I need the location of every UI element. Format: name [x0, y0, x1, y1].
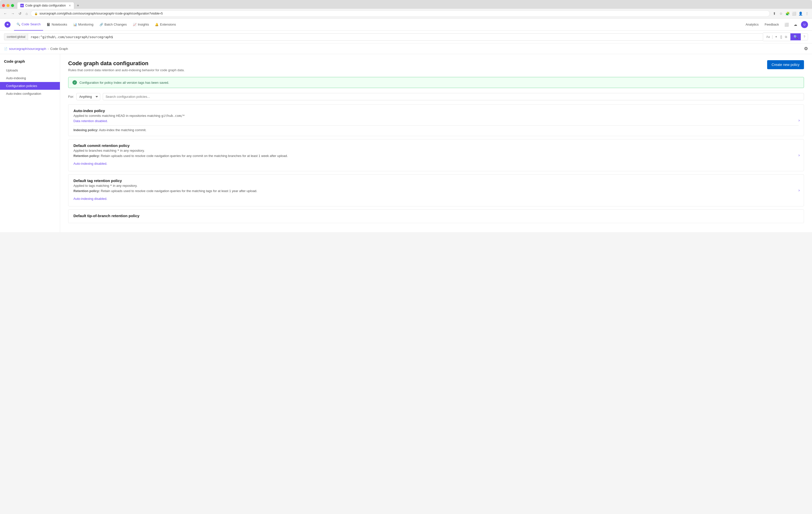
home-button[interactable]: ⌂: [25, 10, 29, 17]
forward-button[interactable]: →: [10, 10, 16, 17]
url-text: sourcegraph.com/github.com/sourcegraph/s…: [39, 12, 163, 15]
policy-card-tip-retention: Default tip-of-branch retention policy: [68, 209, 804, 223]
success-icon: ✓: [72, 80, 77, 85]
bookmark-icon[interactable]: ☆: [778, 11, 783, 16]
active-tab[interactable]: SG Code graph data configuration ✕: [17, 2, 74, 9]
extensions-icon[interactable]: ⬜: [791, 11, 796, 16]
maximize-window-button[interactable]: [11, 4, 14, 7]
traffic-lights: [2, 4, 14, 7]
cloud-icon[interactable]: ☁: [792, 21, 799, 28]
user-avatar[interactable]: U: [801, 21, 808, 28]
policy-description-tag-retention: Applied to tags matching * in any reposi…: [74, 184, 799, 188]
sourcegraph-logo-icon: ✦: [4, 22, 10, 28]
breadcrumb: 📄 sourcegraph/sourcegraph › Code Graph ⚙: [0, 44, 812, 54]
nav-item-insights[interactable]: 📈 Insights: [130, 19, 152, 31]
monitoring-icon: 📊: [73, 23, 77, 26]
app-logo[interactable]: ✦: [4, 21, 11, 28]
copy-link-button[interactable]: ⧉: [784, 35, 788, 39]
nav-right: Analytics Feedback ⬜ ☁ U: [744, 21, 808, 28]
extensions-nav-icon: 🔔: [155, 23, 158, 26]
sidebar-title: Code graph: [0, 59, 60, 66]
structural-button[interactable]: []: [779, 35, 783, 39]
sidebar-item-configuration-policies[interactable]: Configuration policies: [0, 82, 60, 90]
success-banner: ✓ Configuration for policy Index all ver…: [68, 77, 804, 88]
policy-detail-auto-index: Indexing policy: Auto-index the matching…: [74, 128, 799, 132]
search-bar: context:global Aa | ✦ [] ⧉ 🔍 ?: [0, 31, 812, 44]
minimize-window-button[interactable]: [6, 4, 9, 7]
search-help-button[interactable]: ?: [801, 33, 808, 40]
close-window-button[interactable]: [2, 4, 5, 7]
policy-name-tip-retention: Default tip-of-branch retention policy: [74, 213, 799, 218]
feedback-button[interactable]: Feedback: [763, 22, 781, 27]
policy-status-commit-retention: Auto-indexing disabled.: [74, 162, 799, 166]
nav-item-code-search[interactable]: 🔍 Code Search: [14, 19, 43, 31]
search-actions: Aa | ✦ [] ⧉: [763, 33, 790, 41]
share-icon[interactable]: ⬆: [772, 11, 777, 16]
tab-title: Code graph data configuration: [25, 4, 66, 7]
regex-button[interactable]: ✦: [774, 35, 778, 39]
tab-close-button[interactable]: ✕: [69, 4, 71, 7]
policy-card-commit-retention: Default commit retention policy Applied …: [68, 139, 804, 171]
sidebar-item-auto-index-configuration[interactable]: Auto-index configuration: [0, 90, 60, 97]
nav-item-batch-changes[interactable]: 🔗 Batch Changes: [97, 19, 129, 31]
tab-bar: SG Code graph data configuration ✕ +: [0, 0, 812, 9]
sidebar: Code graph Uploads Auto-indexing Configu…: [0, 54, 60, 232]
browser-window: SG Code graph data configuration ✕ + ← →…: [0, 0, 812, 232]
policy-status-tag-retention: Auto-indexing disabled.: [74, 197, 799, 201]
policy-card-auto-index: Auto-index policy Applied to commits mat…: [68, 104, 804, 136]
policy-card-tag-retention: Default tag retention policy Applied to …: [68, 174, 804, 206]
policy-retention-detail-tag: Retention policy: Retain uploads used to…: [74, 189, 799, 193]
notebooks-icon: 📓: [47, 23, 50, 26]
screen-share-icon[interactable]: ⬜: [783, 21, 790, 28]
case-sensitive-button[interactable]: Aa: [765, 35, 771, 39]
reload-button[interactable]: ↺: [18, 10, 23, 17]
policy-retention-detail-commit: Retention policy: Retain uploads used to…: [74, 154, 799, 158]
breadcrumb-repo-link[interactable]: sourcegraph/sourcegraph: [9, 47, 46, 51]
code-search-icon: 🔍: [17, 23, 20, 26]
main-content: Code graph Uploads Auto-indexing Configu…: [0, 54, 812, 232]
create-new-policy-button[interactable]: Create new policy: [767, 60, 804, 69]
new-tab-button[interactable]: +: [75, 2, 81, 9]
batch-changes-icon: 🔗: [99, 23, 103, 26]
success-message: Configuration for policy Index all versi…: [80, 81, 169, 85]
repo-icon: 📄: [4, 47, 7, 50]
policy-search-input[interactable]: [103, 93, 804, 100]
sidebar-item-auto-indexing[interactable]: Auto-indexing: [0, 74, 60, 82]
policy-name-commit-retention: Default commit retention policy: [74, 143, 799, 148]
menu-icon[interactable]: ⋮: [805, 11, 810, 16]
search-input[interactable]: [28, 33, 763, 40]
nav-item-extensions[interactable]: 🔔 Extensions: [152, 19, 178, 31]
policy-name-auto-index: Auto-index policy: [74, 109, 799, 113]
profile-icon[interactable]: 👤: [798, 11, 803, 16]
extension-icon[interactable]: 🧩: [785, 11, 790, 16]
nav-actions: ⬆ ☆ 🧩 ⬜ 👤 ⋮: [772, 11, 810, 16]
policy-chevron-auto-index[interactable]: ›: [799, 118, 800, 123]
nav-item-notebooks[interactable]: 📓 Notebooks: [44, 19, 70, 31]
page-title-section: Code graph data configuration Rules that…: [68, 60, 185, 72]
search-button[interactable]: 🔍: [790, 33, 801, 40]
back-button[interactable]: ←: [2, 10, 8, 17]
filter-row: For: Anything Branches Tags Commits: [68, 93, 804, 100]
analytics-button[interactable]: Analytics: [744, 22, 761, 27]
address-bar[interactable]: 🔒 sourcegraph.com/github.com/sourcegraph…: [31, 10, 770, 17]
page-header: Code graph data configuration Rules that…: [68, 60, 804, 72]
policy-name-tag-retention: Default tag retention policy: [74, 178, 799, 183]
insights-icon: 📈: [133, 23, 137, 26]
sidebar-item-uploads[interactable]: Uploads: [0, 66, 60, 74]
page-subtitle: Rules that control data retention and au…: [68, 68, 185, 72]
context-label: context:global: [4, 33, 28, 40]
filter-for-label: For:: [68, 95, 74, 98]
page-title: Code graph data configuration: [68, 60, 185, 67]
breadcrumb-current: Code Graph: [50, 47, 68, 51]
policy-description-auto-index: Applied to commits matching HEAD in repo…: [74, 114, 799, 118]
filter-select[interactable]: Anything Branches Tags Commits: [77, 93, 100, 100]
app-container: ✦ 🔍 Code Search 📓 Notebooks 📊 Monitoring…: [0, 19, 812, 232]
nav-item-monitoring[interactable]: 📊 Monitoring: [71, 19, 96, 31]
policy-description-commit-retention: Applied to branches matching * in any re…: [74, 149, 799, 152]
policy-chevron-commit-retention[interactable]: ›: [799, 153, 800, 158]
tab-favicon: SG: [20, 4, 24, 7]
policy-chevron-tag-retention[interactable]: ›: [799, 188, 800, 193]
github-icon[interactable]: ⚙: [804, 46, 808, 51]
content-area: Code graph data configuration Rules that…: [60, 54, 812, 232]
top-navigation: ✦ 🔍 Code Search 📓 Notebooks 📊 Monitoring…: [0, 19, 812, 31]
